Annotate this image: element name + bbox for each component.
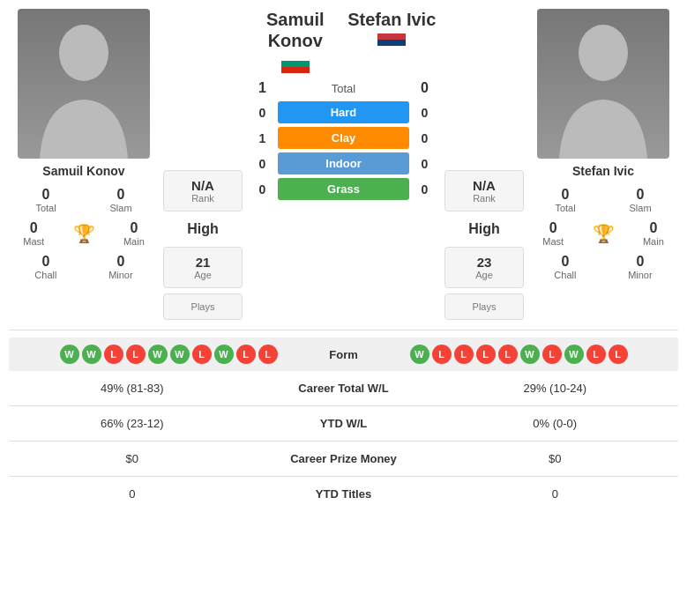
hard-row: 0 Hard 0 [247, 100, 440, 125]
ytd-wl-label: YTD W/L [256, 417, 432, 430]
left-stats-row2: 0 Mast 🏆 0 Main [9, 217, 159, 250]
ytd-wl-right: 0% (0-0) [432, 417, 679, 430]
total-row: 1 Total 0 [247, 77, 440, 100]
left-form-l4: L [236, 345, 256, 364]
trophy-icon-left: 🏆 [73, 223, 95, 244]
left-player-name: Samuil Konov [42, 164, 124, 178]
flag-rs-icon [377, 33, 406, 52]
left-rank-box: N/A Rank [163, 170, 243, 212]
titles-label: YTD Titles [256, 487, 432, 501]
center-left-name: Samuil Konov [247, 9, 344, 73]
right-form-w2: W [520, 345, 540, 364]
right-chall-stat: 0 Chall [554, 254, 576, 280]
ytd-wl-left: 66% (23-12) [9, 417, 256, 430]
left-form-l5: L [258, 345, 278, 364]
top-names: Samuil Konov Stefan Ivic [247, 9, 440, 73]
right-form-w3: W [564, 345, 584, 364]
main-container: Samuil Konov 0 Total 0 Slam 0 Mast 🏆 [0, 0, 687, 511]
right-stats-row2: 0 Mast 🏆 0 Main [528, 217, 678, 250]
svg-point-7 [579, 25, 628, 81]
right-form-l6: L [586, 345, 606, 364]
ytd-wl-row: 66% (23-12) YTD W/L 0% (0-0) [9, 406, 678, 442]
left-mast-stat: 0 Mast [23, 220, 44, 247]
right-form-l1: L [432, 345, 452, 364]
right-stats-row3: 0 Chall 0 Minor [528, 250, 678, 284]
left-high-box: High [163, 214, 243, 244]
clay-row: 1 Clay 0 [247, 125, 440, 151]
career-total-right: 29% (10-24) [432, 382, 679, 395]
right-form-w1: W [410, 345, 429, 364]
svg-rect-1 [281, 55, 310, 61]
svg-rect-4 [377, 33, 406, 40]
right-total-stat: 0 Total [555, 187, 575, 213]
prize-label: Career Prize Money [256, 452, 432, 465]
left-player-photo [18, 9, 150, 159]
left-info-panel: N/A Rank High 21 Age Plays [159, 167, 247, 323]
right-form-results: W L L L L W L W L L [410, 345, 670, 364]
prize-right: $0 [432, 452, 679, 465]
indoor-row: 0 Indoor 0 [247, 151, 440, 176]
left-total-stat: 0 Total [35, 187, 56, 213]
right-form-l3: L [476, 345, 496, 364]
right-player-card: Stefan Ivic 0 Total 0 Slam 0 Mast 🏆 [528, 9, 678, 323]
svg-rect-6 [377, 46, 406, 52]
left-stats-row3: 0 Chall 0 Minor [9, 250, 159, 284]
right-player-name: Stefan Ivic [572, 164, 634, 178]
svg-rect-3 [281, 67, 310, 73]
right-player-silhouette [546, 22, 661, 159]
right-info-panel: N/A Rank High 23 Age Plays [440, 167, 528, 323]
form-section: W W L L W W L W L L Form W L L L L W L W… [9, 338, 678, 371]
career-total-row: 49% (81-83) Career Total W/L 29% (10-24) [9, 371, 678, 406]
flag-bg-icon [281, 55, 310, 73]
center-right-name: Stefan Ivic [344, 9, 441, 73]
prize-left: $0 [9, 452, 256, 465]
left-form-w1: W [60, 345, 79, 364]
left-slam-stat: 0 Slam [110, 187, 132, 213]
left-age-box: 21 Age [163, 247, 243, 288]
right-form-l4: L [498, 345, 518, 364]
right-slam-stat: 0 Slam [630, 187, 652, 213]
left-flag [247, 55, 344, 73]
players-section: Samuil Konov 0 Total 0 Slam 0 Mast 🏆 [0, 0, 687, 323]
svg-rect-5 [377, 40, 406, 46]
left-chall-stat: 0 Chall [34, 254, 56, 280]
right-flag [344, 33, 441, 52]
titles-right: 0 [432, 487, 679, 501]
left-form-w2: W [82, 345, 101, 364]
left-stats-row1: 0 Total 0 Slam [9, 183, 159, 217]
career-total-left: 49% (81-83) [9, 382, 256, 395]
left-plays-box: Plays [163, 293, 243, 320]
left-form-l1: L [104, 345, 123, 364]
left-form-results: W W L L W W L W L L [18, 345, 278, 364]
left-player-silhouette [26, 22, 141, 159]
left-player-card: Samuil Konov 0 Total 0 Slam 0 Mast 🏆 [9, 9, 159, 323]
left-form-l3: L [192, 345, 212, 364]
right-form-l5: L [542, 345, 562, 364]
separator-1 [9, 330, 678, 330]
form-label: Form [287, 348, 401, 361]
right-main-stat: 0 Main [643, 220, 664, 247]
right-stats-row1: 0 Total 0 Slam [528, 183, 678, 217]
right-age-box: 23 Age [444, 247, 524, 288]
titles-row: 0 YTD Titles 0 [9, 477, 678, 511]
left-trophy: 🏆 [73, 223, 95, 244]
center-column: Samuil Konov Stefan Ivic [247, 9, 440, 323]
right-minor-stat: 0 Minor [628, 254, 653, 280]
left-minor-stat: 0 Minor [108, 254, 133, 280]
career-total-label: Career Total W/L [256, 382, 432, 395]
right-rank-box: N/A Rank [444, 170, 524, 212]
right-form-l2: L [454, 345, 474, 364]
right-form-l7: L [609, 345, 628, 364]
left-form-w5: W [214, 345, 234, 364]
left-main-stat: 0 Main [123, 220, 145, 247]
right-high-box: High [444, 214, 524, 244]
left-form-w4: W [170, 345, 190, 364]
titles-left: 0 [9, 487, 256, 501]
prize-row: $0 Career Prize Money $0 [9, 442, 678, 477]
trophy-icon-right: 🏆 [593, 223, 615, 244]
right-mast-stat: 0 Mast [542, 220, 564, 247]
right-plays-box: Plays [444, 293, 524, 320]
grass-row: 0 Grass 0 [247, 176, 440, 202]
svg-rect-2 [281, 61, 310, 67]
stats-section: 49% (81-83) Career Total W/L 29% (10-24)… [9, 371, 678, 511]
